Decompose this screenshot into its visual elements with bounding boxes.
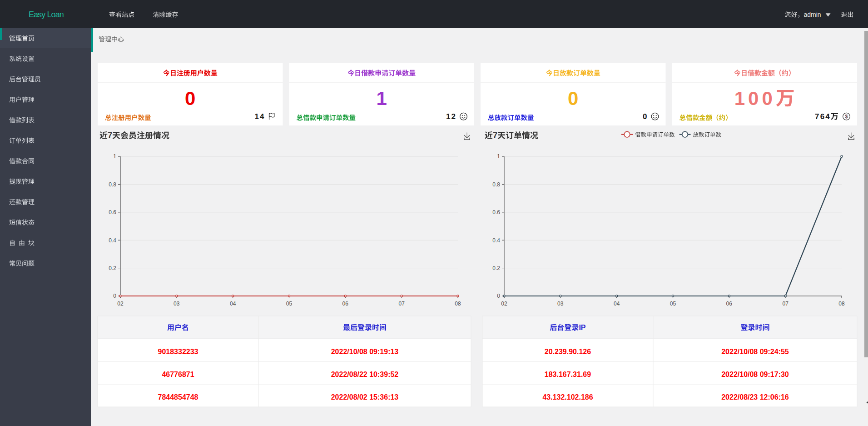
svg-text:0.8: 0.8 xyxy=(492,181,500,188)
svg-text:0: 0 xyxy=(497,293,500,299)
svg-text:0: 0 xyxy=(643,112,647,121)
svg-text:06: 06 xyxy=(342,301,349,307)
svg-text:05: 05 xyxy=(286,301,293,307)
svg-text:Easy Loan: Easy Loan xyxy=(29,10,64,19)
svg-text:08: 08 xyxy=(455,301,461,307)
svg-text:07: 07 xyxy=(399,301,405,307)
svg-text:06: 06 xyxy=(726,301,733,307)
svg-text:04: 04 xyxy=(614,301,620,307)
svg-text:2022/08/23 12:06:16: 2022/08/23 12:06:16 xyxy=(721,393,789,401)
svg-text:02: 02 xyxy=(501,301,507,307)
svg-text:183.167.31.69: 183.167.31.69 xyxy=(545,371,591,378)
svg-text:0.6: 0.6 xyxy=(492,209,500,216)
svg-text:0: 0 xyxy=(113,293,116,299)
svg-text:03: 03 xyxy=(557,301,564,307)
svg-text:2022/08/02 15:36:13: 2022/08/02 15:36:13 xyxy=(331,393,399,401)
svg-text:admin: admin xyxy=(804,11,821,18)
svg-text:0.4: 0.4 xyxy=(109,237,116,244)
svg-text:7: 7 xyxy=(108,131,112,140)
svg-text:0.2: 0.2 xyxy=(492,265,500,271)
svg-text:7844854748: 7844854748 xyxy=(158,393,198,401)
svg-text:03: 03 xyxy=(174,301,180,307)
svg-text:2022/10/08 09:24:55: 2022/10/08 09:24:55 xyxy=(721,348,789,356)
svg-text:1: 1 xyxy=(377,88,387,109)
svg-text:05: 05 xyxy=(670,301,676,307)
svg-text:04: 04 xyxy=(230,301,236,307)
svg-text:1: 1 xyxy=(113,153,116,160)
svg-text:0.8: 0.8 xyxy=(109,181,116,188)
svg-text:7: 7 xyxy=(493,131,497,140)
svg-text:0.4: 0.4 xyxy=(492,237,500,244)
svg-text:1: 1 xyxy=(497,153,500,160)
svg-text:100: 100 xyxy=(734,88,776,109)
svg-text:0: 0 xyxy=(568,88,578,109)
svg-text:0: 0 xyxy=(185,88,195,109)
svg-text:2022/08/22 10:39:52: 2022/08/22 10:39:52 xyxy=(331,371,399,378)
svg-text:764: 764 xyxy=(815,112,831,121)
svg-text:0.6: 0.6 xyxy=(109,209,116,216)
svg-text:0.2: 0.2 xyxy=(109,265,116,271)
svg-text:IP: IP xyxy=(579,324,585,331)
svg-text:2022/10/08 09:17:30: 2022/10/08 09:17:30 xyxy=(721,371,789,378)
svg-text:08: 08 xyxy=(838,301,845,307)
svg-text:$: $ xyxy=(845,114,848,119)
svg-text:12: 12 xyxy=(446,112,456,121)
svg-text:9018332233: 9018332233 xyxy=(158,348,198,356)
svg-text:43.132.102.186: 43.132.102.186 xyxy=(542,393,593,401)
svg-text:14: 14 xyxy=(254,112,265,121)
svg-text:02: 02 xyxy=(117,301,124,307)
svg-text:46776871: 46776871 xyxy=(162,371,194,378)
svg-text:07: 07 xyxy=(783,301,789,307)
svg-text:20.239.90.126: 20.239.90.126 xyxy=(545,348,591,356)
svg-text:2022/10/08 09:19:13: 2022/10/08 09:19:13 xyxy=(331,348,399,356)
